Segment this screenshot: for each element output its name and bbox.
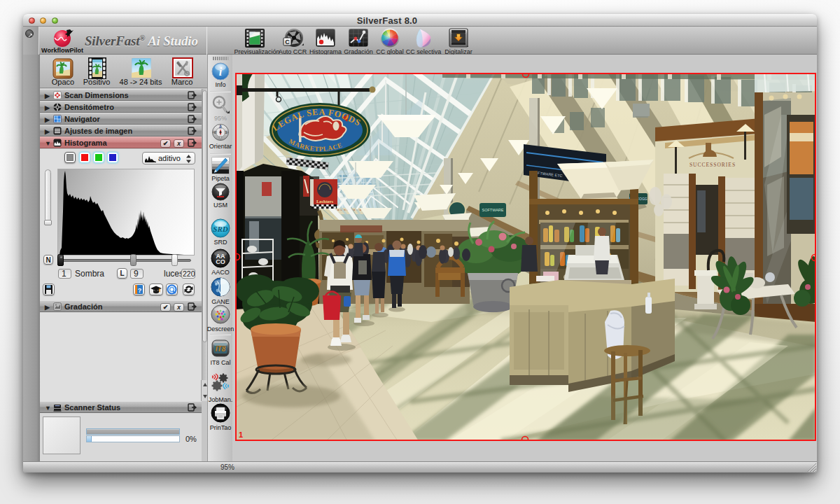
svg-text:2: 2 [220,125,222,129]
svg-text:i: i [219,66,223,78]
svg-text:IT8: IT8 [216,345,226,353]
svg-text:CO: CO [216,258,225,265]
svg-text:SOFTWARE: SOFTWARE [482,208,504,212]
svg-text:C: C [285,38,290,46]
svg-text:?: ? [138,287,142,294]
svg-text:1: 1 [239,430,243,439]
svg-text:Lechters: Lechters [316,199,334,204]
svg-text:SUCCESSORIES: SUCCESSORIES [690,162,736,168]
svg-text:SRD: SRD [213,225,227,233]
svg-text:E: E [225,131,227,134]
